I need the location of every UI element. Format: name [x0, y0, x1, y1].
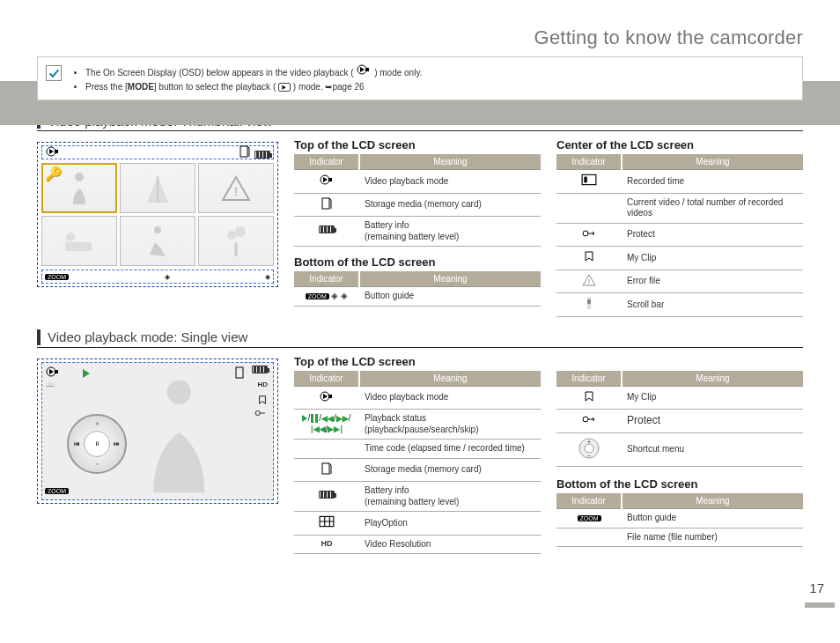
svg-rect-31: [328, 395, 332, 398]
page-number: 17: [809, 580, 824, 595]
svg-marker-2: [360, 67, 365, 72]
card-icon: [294, 193, 359, 217]
thumb: [120, 163, 195, 213]
hd-icon: HD: [294, 535, 359, 554]
svg-text:−: −: [587, 453, 591, 458]
play-icon: [83, 366, 90, 381]
svg-rect-33: [322, 463, 329, 474]
svg-rect-16: [328, 178, 332, 181]
section-single-view: Video playback mode: Single view: [37, 329, 803, 348]
thumb: [41, 216, 117, 266]
shortcut-knob: ＋ － ⏮ ⏭ ⏸: [67, 414, 127, 474]
page-number-accent: [805, 602, 835, 608]
card-icon: [237, 152, 253, 159]
svg-rect-28: [236, 367, 243, 378]
table-thumb-bottom: IndicatorMeaning ZOOM ◈ ◈Button guide: [294, 271, 541, 307]
svg-marker-17: [323, 177, 328, 182]
lcd-thumbnail-mock: 🔑 ! ZOOM ◈ ◈: [37, 142, 278, 287]
table-thumb-top: IndicatorMeaning Video playback mode Sto…: [294, 154, 541, 247]
svg-point-14: [235, 226, 246, 237]
card-icon: [294, 458, 359, 482]
card-icon: [232, 366, 248, 381]
thumb-error: !: [198, 163, 274, 213]
svg-marker-3: [282, 85, 285, 90]
error-icon: !: [556, 270, 622, 293]
thumb: [120, 216, 195, 266]
svg-marker-6: [49, 149, 54, 154]
thumb: [198, 216, 274, 266]
playback-status-icon: //◀◀/▶▶/|◀◀/▶▶|: [294, 410, 359, 440]
svg-point-11: [66, 233, 75, 241]
check-icon: [46, 65, 62, 81]
svg-rect-5: [55, 150, 58, 153]
svg-marker-32: [323, 394, 328, 399]
rec-time-icon: [556, 170, 622, 194]
svg-point-13: [227, 231, 236, 240]
svg-point-37: [585, 444, 593, 453]
protect-icon: 🔑: [45, 166, 63, 182]
svg-rect-8: [157, 176, 158, 203]
scrollbar-icon: [556, 293, 622, 317]
zoom-chip: ZOOM: [45, 274, 69, 280]
page-title: Getting to know the camcorder: [37, 26, 803, 49]
playback-mode-icon: [45, 145, 61, 159]
thumb-selected: 🔑: [41, 163, 117, 213]
battery-icon: [294, 217, 359, 247]
svg-text:+: +: [587, 439, 591, 444]
table-single-top-right: IndicatorMeaning My Clip Protect +−Short…: [556, 371, 803, 468]
heading-bottom-lcd: Bottom of the LCD screen: [294, 255, 541, 269]
svg-text:!: !: [234, 184, 238, 198]
battery-icon: [294, 482, 359, 512]
myclip-icon: [556, 386, 622, 410]
svg-rect-18: [322, 198, 329, 209]
nav-icon: ◈: [165, 273, 170, 281]
info-note: The On Screen Display (OSD) below appear…: [37, 56, 803, 100]
svg-rect-7: [240, 146, 247, 157]
playback-icon: [278, 83, 291, 92]
protect-icon: [556, 223, 622, 247]
playback-mode-icon: [294, 170, 359, 194]
myclip-icon: [556, 247, 622, 270]
svg-rect-24: [587, 299, 591, 304]
page-link: ➥page 26: [325, 82, 364, 92]
lcd-single-mock: 📖 HD ＋ － ⏮ ⏭ ⏸ ZOOM: [37, 358, 278, 504]
note-line-2: Press the [MODE] button to select the pl…: [85, 80, 792, 93]
svg-text:!: !: [588, 277, 590, 285]
note-line-1: The On Screen Display (OSD) below appear…: [85, 63, 792, 79]
button-guide-icon: ZOOM: [556, 509, 622, 528]
protect-icon: [556, 410, 622, 433]
svg-rect-20: [584, 177, 586, 183]
playback-mode-icon: [356, 68, 372, 78]
heading-top-lcd-single: Top of the LCD screen: [294, 355, 541, 368]
playback-mode-icon: [294, 386, 359, 410]
playoption-icon: 📖: [46, 381, 55, 388]
playoption-icon: [294, 512, 359, 536]
svg-point-35: [583, 417, 588, 422]
svg-point-29: [255, 410, 260, 415]
heading-center-lcd: Center of the LCD screen: [556, 138, 803, 152]
table-single-top-left: IndicatorMeaning Video playback mode //◀…: [294, 371, 541, 555]
svg-rect-1: [365, 68, 369, 71]
table-single-bottom: IndicatorMeaning ZOOMButton guide File n…: [556, 493, 803, 547]
shortcut-icon: +−: [556, 432, 622, 467]
nav-icon: ◈: [265, 273, 270, 281]
zoom-chip: ZOOM: [45, 488, 69, 494]
svg-point-21: [583, 231, 588, 236]
svg-point-12: [154, 226, 161, 233]
svg-rect-10: [65, 242, 92, 251]
protect-icon: [254, 405, 268, 421]
playback-mode-icon: [45, 366, 61, 380]
table-thumb-center: IndicatorMeaning Recorded time Current v…: [556, 154, 803, 317]
svg-marker-27: [49, 369, 54, 374]
battery-icon: [252, 366, 268, 373]
button-guide-icon: ZOOM ◈ ◈: [294, 287, 359, 307]
heading-bottom-lcd-single: Bottom of the LCD screen: [556, 477, 803, 491]
hd-icon: HD: [257, 381, 268, 388]
svg-rect-26: [55, 370, 58, 373]
heading-top-lcd: Top of the LCD screen: [294, 138, 541, 152]
battery-icon: [254, 151, 270, 159]
